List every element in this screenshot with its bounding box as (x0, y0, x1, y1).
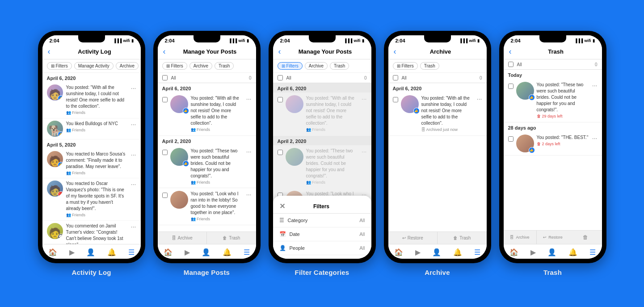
header-title-3: Manage Your Posts (285, 48, 366, 55)
post-checkbox-2[interactable] (162, 150, 168, 155)
nav2-menu[interactable]: ☰ (244, 248, 250, 257)
nav4-menu[interactable]: ☰ (474, 248, 480, 257)
signal-2: ▐▐▐ (228, 38, 237, 43)
pill-manage-activity[interactable]: Manage Activity (74, 62, 114, 70)
pill-trash-4[interactable]: Trash (420, 62, 439, 70)
more-button-2[interactable]: ··· (131, 121, 136, 128)
post-sub-1: 👥 Friends (191, 127, 243, 133)
all-count: 0 (249, 76, 252, 80)
nav5-menu[interactable]: ☰ (589, 248, 596, 257)
nav-menu[interactable]: ☰ (128, 248, 135, 257)
post-more-2[interactable]: ··· (246, 148, 252, 155)
nav4-video[interactable]: ▶ (415, 248, 421, 257)
nav-profile[interactable]: 👤 (86, 248, 95, 257)
trash-text-2: You posted: "THE. BEST." 🗑 2 days left (537, 135, 589, 147)
activity-item-4: 🧑 ❤️ You reacted to Oscar Vasquez's phot… (42, 178, 141, 221)
nav4-home[interactable]: 🏠 (394, 248, 403, 257)
nav5-bell[interactable]: 🔔 (568, 248, 577, 257)
filter-row-people[interactable]: 👤 People All (273, 241, 371, 255)
archive-more-1[interactable]: ··· (477, 95, 482, 102)
filter-title: Filters (313, 203, 329, 210)
mp-date-1: April 6, 2020 (158, 83, 256, 93)
wifi-4: wifi (469, 38, 476, 43)
select-all-checkbox[interactable] (162, 75, 168, 80)
more-button-5[interactable]: ··· (131, 223, 136, 230)
pill-archive[interactable]: Archive (116, 62, 139, 70)
mp-date-2: April 2, 2020 (158, 136, 256, 145)
trash-checkbox-2[interactable] (508, 136, 514, 142)
archive-checkbox-1[interactable] (393, 97, 398, 102)
archive-trash-btn[interactable]: 🗄 Archive (504, 231, 537, 244)
nav5-home[interactable]: 🏠 (509, 248, 518, 257)
post-checkbox-3[interactable] (162, 193, 168, 198)
screen-label-1: Activity Log (72, 269, 111, 276)
fc-checkbox-2[interactable] (278, 150, 283, 155)
trash-more-1[interactable]: ··· (592, 82, 598, 89)
more-button-4[interactable]: ··· (131, 181, 136, 188)
more-button[interactable]: ··· (131, 84, 136, 92)
fc-more-1[interactable]: ··· (362, 95, 367, 102)
pill-filters[interactable]: ⊞ Filters (47, 62, 72, 70)
date-header-1: April 6, 2020 (42, 73, 141, 82)
trash-post-2: 👍 You posted: "THE. BEST." 🗑 2 days left… (504, 132, 602, 156)
pill-archive-3[interactable]: Archive (305, 62, 328, 70)
trash-action-btn[interactable]: 🗑 Trash (207, 232, 256, 244)
back-button-5[interactable]: ‹ (509, 47, 512, 56)
nav5-video[interactable]: ▶ (530, 248, 536, 257)
trash-more-2[interactable]: ··· (592, 135, 598, 142)
trash-sub-2: 🗑 2 days left (537, 141, 589, 147)
select-all-checkbox-4[interactable] (393, 75, 398, 80)
status-time-3: 2:04 (280, 38, 290, 43)
rb3: 👍 (58, 162, 63, 167)
post-more-3[interactable]: ··· (246, 191, 252, 198)
nav4-profile[interactable]: 👤 (432, 248, 441, 257)
back-button[interactable]: ‹ (48, 47, 51, 56)
rb4: ❤️ (58, 191, 63, 197)
more-button-3[interactable]: ··· (131, 151, 136, 158)
nav-bell[interactable]: 🔔 (107, 248, 116, 257)
pill-archive-2[interactable]: Archive (189, 62, 212, 70)
filter-close-btn[interactable]: ✕ (279, 202, 285, 210)
post-more-1[interactable]: ··· (246, 95, 252, 102)
nav2-bell[interactable]: 🔔 (223, 248, 232, 257)
nav5-profile[interactable]: 👤 (547, 248, 556, 257)
back-button-4[interactable]: ‹ (394, 47, 396, 56)
delete-trash-btn[interactable]: 🗑 (569, 231, 602, 244)
phone-inner-activity-log: 2:04 ▐▐▐ wifi ▮ ‹ Activity Log ⊞ Filters… (42, 35, 141, 259)
fc-checkbox-1[interactable] (278, 97, 283, 102)
back-button-2[interactable]: ‹ (163, 47, 166, 56)
restore-trash-btn[interactable]: ↩ Restore (537, 231, 569, 244)
post-checkbox-1[interactable] (162, 97, 168, 102)
filter-row-date[interactable]: 📅 Date All (273, 227, 371, 241)
pill-trash-2[interactable]: Trash (215, 62, 234, 70)
phone-inner-trash: 2:04 ▐▐▐ wifi ▮ ‹ Trash All 0 (504, 35, 602, 259)
pill-filters-2[interactable]: ⊞ Filters (162, 62, 187, 70)
item-text-5: You commented on Jamil Turner's video: "… (66, 223, 127, 244)
filter-categories-wrap: 2:04 ▐▐▐ wifi ▮ ‹ Manage Your Posts ⊞ Fi… (269, 31, 376, 276)
nav-home[interactable]: 🏠 (48, 248, 57, 257)
activity-item: 🧑 👍 You posted: "With all the sunshine t… (42, 82, 141, 118)
reaction-badge: 👍 (58, 95, 63, 101)
fc-more-2[interactable]: ··· (362, 148, 367, 155)
pill-filters-3[interactable]: ⊞ Filters (278, 62, 303, 70)
nav-video[interactable]: ▶ (69, 248, 75, 257)
nav4-bell[interactable]: 🔔 (453, 248, 462, 257)
restore-action-btn[interactable]: ↩ Restore (388, 232, 438, 244)
pill-trash-3[interactable]: Trash (330, 62, 349, 70)
trash-action-btn-2[interactable]: 🗑 Trash (438, 232, 487, 244)
select-all-checkbox-5[interactable] (508, 62, 514, 67)
nav2-video[interactable]: ▶ (185, 248, 190, 257)
pill-filters-4[interactable]: ⊞ Filters (393, 62, 418, 70)
nav2-home[interactable]: 🏠 (164, 248, 173, 257)
trash-checkbox-1[interactable] (508, 84, 514, 89)
archive-action-btn[interactable]: 🗄 Archive (158, 232, 207, 244)
signal-4: ▐▐▐ (459, 38, 467, 43)
signal-5: ▐▐▐ (574, 38, 583, 43)
post-avatar-2: 👍 (170, 148, 188, 166)
fc-text-1: You posted: "With all the sunshine today… (306, 95, 358, 133)
select-all-checkbox-3[interactable] (278, 75, 283, 80)
fc-avatar-2 (286, 148, 303, 166)
nav2-profile[interactable]: 👤 (202, 248, 210, 257)
back-button-3[interactable]: ‹ (278, 47, 281, 56)
filter-row-category[interactable]: ☰ Category All (273, 214, 371, 227)
